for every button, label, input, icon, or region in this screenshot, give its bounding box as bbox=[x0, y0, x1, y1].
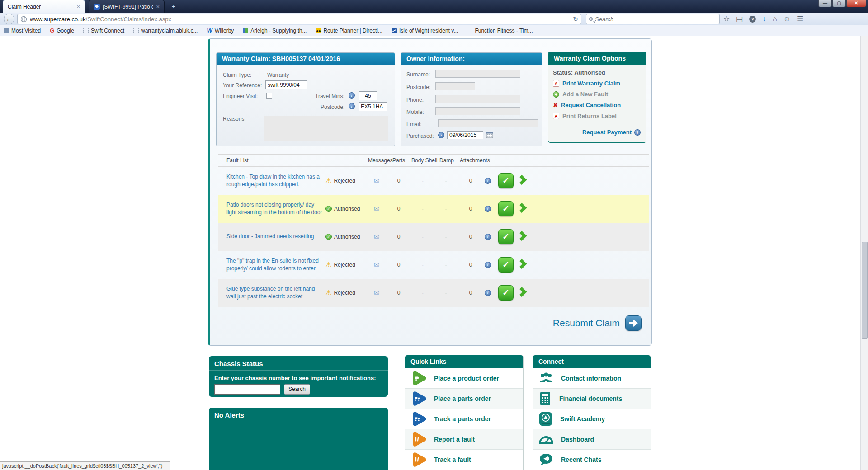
new-tab-button[interactable]: + bbox=[168, 2, 179, 11]
calendar-icon[interactable] bbox=[486, 131, 493, 138]
print-returns-label-link[interactable]: A Print Returns Label bbox=[553, 113, 646, 119]
add-new-fault-link[interactable]: + Add a New Fault bbox=[553, 91, 646, 98]
resubmit-arrow-button[interactable] bbox=[625, 315, 642, 331]
damp-value: - bbox=[438, 279, 454, 307]
purchased-input[interactable] bbox=[447, 131, 483, 139]
fault-link[interactable]: Glue type substance on the left hand wal… bbox=[226, 279, 325, 307]
approve-check-button[interactable]: ✓ bbox=[498, 173, 514, 188]
info-icon[interactable]: i bbox=[349, 92, 355, 99]
reference-input[interactable] bbox=[265, 80, 307, 89]
print-warranty-claim-link[interactable]: A Print Warranty Claim bbox=[553, 80, 646, 87]
message-envelope-icon[interactable]: ✉ bbox=[374, 233, 380, 241]
approve-check-button[interactable]: ✓ bbox=[498, 201, 514, 216]
info-icon[interactable]: i bbox=[485, 178, 491, 184]
tab-close-icon[interactable]: × bbox=[156, 3, 160, 10]
message-envelope-icon[interactable]: ✉ bbox=[374, 177, 380, 185]
info-icon[interactable]: i bbox=[485, 206, 491, 212]
quick-link-place-parts-order[interactable]: Place a parts order bbox=[405, 388, 523, 409]
info-icon[interactable]: i bbox=[485, 262, 491, 268]
pocket-icon[interactable]: ∨ bbox=[749, 16, 756, 23]
request-cancellation-link[interactable]: ✘ Request Cancellation bbox=[553, 102, 646, 108]
bookmark-warrantyclaim[interactable]: warrantyclaim.abiuk.c... bbox=[133, 28, 198, 34]
status-bar-link-preview: javascript:__doPostBack('fault_lines_gri… bbox=[0, 461, 170, 470]
approve-check-button[interactable]: ✓ bbox=[498, 257, 514, 273]
open-fault-chevron[interactable] bbox=[517, 175, 527, 185]
home-icon[interactable]: ⌂ bbox=[773, 13, 777, 25]
bookmark-function-fitness[interactable]: Function Fitness - Tim... bbox=[467, 28, 533, 34]
purchased-label: Purchased: bbox=[406, 133, 434, 139]
quick-link-place-product-order[interactable]: Place a product order bbox=[405, 368, 523, 388]
surname-input bbox=[435, 70, 520, 78]
approve-check-button[interactable]: ✓ bbox=[498, 285, 514, 301]
downloads-icon[interactable]: ↓ bbox=[762, 13, 766, 25]
scrollbar-thumb[interactable] bbox=[862, 242, 868, 339]
close-button[interactable]: ✕ bbox=[846, 0, 866, 7]
quick-link-report-fault[interactable]: Report a fault bbox=[405, 429, 523, 449]
bookmark-isle-of-wight[interactable]: Isle of Wight resident v... bbox=[392, 28, 458, 34]
bookmark-swift-connect[interactable]: Swift Connect bbox=[83, 28, 124, 34]
info-icon[interactable]: i bbox=[634, 129, 641, 136]
bookmark-most-visited[interactable]: Most Visited bbox=[4, 28, 41, 34]
info-icon[interactable]: i bbox=[349, 103, 355, 109]
attachments-count: 0 bbox=[461, 195, 480, 223]
pdf-icon: A bbox=[553, 113, 559, 119]
phone-input bbox=[435, 95, 520, 103]
connect-panel: Connect Contact information Financial do… bbox=[533, 355, 651, 470]
reload-icon[interactable]: ↻ bbox=[573, 15, 578, 23]
chassis-search-button[interactable]: Search bbox=[284, 384, 310, 395]
travel-mins-input[interactable] bbox=[359, 91, 377, 100]
chassis-prompt: Enter your chassis number to see importa… bbox=[214, 375, 388, 381]
bookmark-star-icon[interactable]: ☆ bbox=[723, 13, 730, 25]
tab-claim-header[interactable]: Claim Header × bbox=[3, 0, 85, 13]
bookmark-willerby[interactable]: WWillerby bbox=[207, 28, 234, 34]
open-fault-chevron[interactable] bbox=[517, 259, 527, 269]
tab-close-icon[interactable]: × bbox=[76, 3, 80, 10]
connect-recent-chats[interactable]: Recent Chats bbox=[533, 449, 651, 470]
open-fault-chevron[interactable] bbox=[517, 231, 527, 241]
postcode-input[interactable] bbox=[359, 102, 387, 111]
fault-link[interactable]: Patio doors not closing properly/ day li… bbox=[226, 195, 325, 223]
resubmit-claim[interactable]: Resubmit Claim bbox=[553, 315, 642, 331]
info-icon[interactable]: i bbox=[438, 132, 444, 138]
chat-bubble-icon bbox=[538, 453, 554, 466]
info-icon[interactable]: i bbox=[485, 234, 491, 240]
connect-contact-information[interactable]: Contact information bbox=[533, 368, 651, 388]
message-envelope-icon[interactable]: ✉ bbox=[374, 261, 380, 269]
info-icon[interactable]: i bbox=[485, 290, 491, 296]
request-payment-link[interactable]: Request Payment i bbox=[548, 129, 641, 136]
open-fault-chevron[interactable] bbox=[517, 287, 527, 297]
menu-hamburger-icon[interactable]: ☰ bbox=[797, 13, 803, 25]
fault-link[interactable]: The "p" trap in the En-suite is not fixe… bbox=[226, 251, 325, 279]
search-bar[interactable] bbox=[586, 14, 720, 24]
message-envelope-icon[interactable]: ✉ bbox=[374, 289, 380, 297]
back-button[interactable]: ← bbox=[4, 14, 14, 24]
minimize-button[interactable]: — bbox=[818, 0, 832, 7]
bookmark-arleigh[interactable]: Arleigh - Supplying th... bbox=[243, 28, 307, 34]
open-fault-chevron[interactable] bbox=[517, 203, 527, 213]
connect-financial-documents[interactable]: Financial documents bbox=[533, 388, 651, 409]
connect-dashboard[interactable]: Dashboard bbox=[533, 429, 651, 449]
page-scrollbar[interactable] bbox=[860, 36, 868, 470]
connect-swift-academy[interactable]: Swift Academy bbox=[533, 409, 651, 429]
hello-smiley-icon[interactable]: ☺ bbox=[783, 13, 791, 25]
quick-link-track-parts-order[interactable]: Track a parts order bbox=[405, 409, 523, 429]
fault-link[interactable]: Side door - Jammed needs resetting bbox=[226, 223, 325, 251]
message-envelope-icon[interactable]: ✉ bbox=[374, 205, 380, 213]
chassis-number-input[interactable] bbox=[214, 384, 280, 395]
gauge-icon bbox=[538, 432, 554, 446]
url-bar[interactable]: www.supercare.co.uk/SwiftConnect/Claims/… bbox=[17, 14, 581, 24]
reading-list-icon[interactable]: ▤ bbox=[736, 13, 743, 25]
tab-swift-9991[interactable]: [SWIFT-9991] Patio doors n... × bbox=[89, 0, 165, 13]
fault-link[interactable]: Kitchen - Top draw in the kitchen has a … bbox=[226, 167, 325, 195]
bookmark-route-planner[interactable]: AARoute Planner | Directi... bbox=[316, 28, 382, 34]
quick-link-track-fault[interactable]: Track a fault bbox=[405, 449, 523, 470]
engineer-visit-checkbox[interactable] bbox=[266, 93, 272, 99]
maximize-button[interactable]: ▢ bbox=[832, 0, 846, 7]
damp-value: - bbox=[438, 223, 454, 251]
col-fault-list: Fault List bbox=[226, 157, 249, 164]
search-input[interactable] bbox=[595, 16, 703, 23]
fault-triangle-icon bbox=[410, 451, 427, 468]
browser-titlebar: Claim Header × [SWIFT-9991] Patio doors … bbox=[0, 0, 868, 13]
bookmark-google[interactable]: GGoogle bbox=[50, 28, 74, 34]
approve-check-button[interactable]: ✓ bbox=[498, 229, 514, 244]
